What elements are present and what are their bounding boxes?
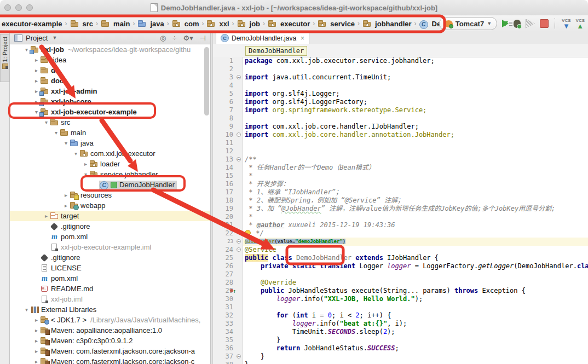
close-tab-icon[interactable]: ×	[301, 34, 304, 42]
code-line-5[interactable]: 5import org.slf4j.Logger;	[213, 90, 588, 98]
gutter[interactable]	[235, 213, 243, 221]
code-line-38[interactable]: 38}	[213, 361, 588, 364]
code-line-17[interactable]: 17 * 1、继承 “IJobHandler”；	[213, 188, 588, 197]
tree-row-xxl-job-executor-example-iml[interactable]: xxl-job-executor-example.iml	[10, 242, 210, 252]
gutter[interactable]	[235, 287, 243, 295]
line-number[interactable]: 37	[213, 353, 235, 361]
tree-row-webapp[interactable]: ▸webapp	[10, 200, 210, 211]
tree-expanded-icon[interactable]: ▾	[43, 119, 50, 125]
tree-row-java[interactable]: ▾java	[10, 138, 210, 148]
gutter[interactable]	[235, 361, 243, 364]
chevron-down-icon[interactable]: ▼	[52, 35, 57, 41]
tree-collapsed-icon[interactable]: ▸	[33, 327, 40, 333]
line-number[interactable]: 5	[213, 90, 235, 98]
gutter[interactable]	[235, 114, 243, 123]
gutter[interactable]: −	[235, 353, 243, 361]
line-number[interactable]: 15	[213, 172, 235, 180]
code-line-36[interactable]: 36 return JobHandleStatus.SUCCESS;	[213, 344, 588, 353]
tree-collapsed-icon[interactable]: ▸	[62, 192, 70, 198]
code-line-32[interactable]: 32 for (int i = 0; i < 2; i++) {	[213, 311, 588, 320]
code-line-35[interactable]: 35 }	[213, 336, 588, 344]
tree-row-xxl-job-core[interactable]: ▸xxl-job-core	[10, 96, 210, 107]
tree-row--jdk1-7-[interactable]: ▸< JDK1.7 >/Library/Java/JavaVirtualMach…	[10, 315, 210, 325]
code-line-6[interactable]: 6import org.slf4j.LoggerFactory;	[213, 98, 588, 106]
line-number[interactable]: 12	[213, 147, 235, 155]
tree-row-com-xxl-job-executor[interactable]: ▾com.xxl.job.executor	[10, 148, 210, 159]
gutter[interactable]	[235, 180, 243, 188]
tree-row-license[interactable]: LICENSE	[10, 263, 210, 273]
line-number[interactable]: 13	[213, 155, 235, 164]
gutter[interactable]	[235, 328, 243, 336]
line-number[interactable]: 36	[213, 344, 235, 353]
code-line-8[interactable]: 8	[213, 114, 588, 123]
code-line-9[interactable]: 9import com.xxl.job.core.handler.IJobHan…	[213, 123, 588, 131]
override-method-icon[interactable]	[230, 288, 236, 294]
line-number[interactable]: 16	[213, 180, 235, 188]
fold-marker-icon[interactable]: −	[237, 354, 241, 359]
line-number[interactable]: 7	[213, 106, 235, 114]
line-number[interactable]: 30	[213, 295, 235, 303]
line-number[interactable]: 8	[213, 114, 235, 123]
code-line-27[interactable]: 27	[213, 270, 588, 279]
tree-collapsed-icon[interactable]: ▸	[33, 359, 40, 364]
line-number[interactable]: 20	[213, 213, 235, 221]
code-line-10[interactable]: 10−import com.xxl.job.core.handler.annot…	[213, 131, 588, 139]
editor-tab[interactable]: C DemoJobHandler.java ×	[216, 32, 309, 44]
code-line-28[interactable]: 28 @Override	[213, 279, 588, 287]
gutter[interactable]: −	[235, 238, 243, 246]
code-line-26[interactable]: 26 private static transient Logger logge…	[213, 262, 588, 270]
line-number[interactable]: 25	[213, 254, 235, 262]
code-line-3[interactable]: 3−import java.util.concurrent.TimeUnit;	[213, 73, 588, 82]
gutter[interactable]	[235, 205, 243, 213]
tree-row-maven-aopalliance-aopalliance-1-0[interactable]: ▸Maven: aopalliance:aopalliance:1.0	[10, 325, 210, 336]
code-line-11[interactable]: 11	[213, 139, 588, 147]
line-number[interactable]: 17	[213, 188, 235, 197]
gutter[interactable]	[235, 57, 243, 65]
gutter[interactable]	[235, 344, 243, 353]
tree-row-xxl-job-iml[interactable]: xxl-job.iml	[10, 294, 210, 304]
code-line-14[interactable]: 14 * 任务Handler的一个Demo（Bean模式）	[213, 164, 588, 172]
gutter[interactable]	[235, 279, 243, 287]
line-number[interactable]: 32	[213, 311, 235, 320]
breadcrumb-item-com[interactable]: com	[172, 20, 199, 28]
debug-button[interactable]	[514, 20, 521, 28]
line-number[interactable]: 21	[213, 221, 235, 229]
breadcrumb-item-service[interactable]: service	[318, 20, 355, 28]
line-number[interactable]: 2	[213, 65, 235, 73]
stop-button[interactable]	[540, 19, 549, 28]
code-line-30[interactable]: 30 logger.info("XXL-JOB, Hello World.");	[213, 295, 588, 303]
breadcrumb-item-src[interactable]: src	[70, 20, 94, 28]
line-number[interactable]: 6	[213, 98, 235, 106]
tree-row-src[interactable]: ▾src	[10, 117, 210, 128]
tree-row-readme-md[interactable]: README.md	[10, 284, 210, 294]
tree-row-maven-com-fasterxml-jackson-core-jackson-c[interactable]: ▸Maven: com.fasterxml.jackson.core:jacks…	[10, 356, 210, 364]
code-line-34[interactable]: 34 TimeUnit.SECONDS.sleep(2);	[213, 328, 588, 336]
line-number[interactable]: 11	[213, 139, 235, 147]
code-line-33[interactable]: 33 logger.info("beat at:{}", i);	[213, 320, 588, 328]
tree-collapsed-icon[interactable]: ▸	[33, 338, 40, 344]
gutter[interactable]	[235, 106, 243, 114]
tree-row-doc[interactable]: ▸doc	[10, 76, 210, 86]
code-line-7[interactable]: 7import org.springframework.stereotype.S…	[213, 106, 588, 114]
line-number[interactable]: 18	[213, 197, 235, 205]
tree-row-xxl-job-admin[interactable]: ▸xxl-job-admin	[10, 86, 210, 96]
gutter[interactable]	[235, 82, 243, 90]
code-line-1[interactable]: 1package com.xxl.job.executor.service.jo…	[213, 57, 588, 65]
tree-row-external-libraries[interactable]: ▾External Libraries	[10, 304, 210, 315]
tree-row--gitignore[interactable]: .gitignore	[10, 221, 210, 232]
gutter[interactable]	[235, 270, 243, 279]
settings-gear-icon[interactable]: ⚙▾	[183, 34, 193, 42]
gutter[interactable]: −	[235, 131, 243, 139]
line-number[interactable]: 3	[213, 73, 235, 82]
tree-collapsed-icon[interactable]: ▸	[33, 317, 40, 323]
gutter[interactable]	[235, 311, 243, 320]
line-number[interactable]: 31	[213, 303, 235, 311]
tree-collapsed-icon[interactable]: ▸	[33, 67, 40, 73]
gutter[interactable]: −	[235, 246, 243, 254]
code-area[interactable]: 1package com.xxl.job.executor.service.jo…	[213, 57, 588, 364]
breadcrumb-item-executor[interactable]: executor	[268, 20, 310, 28]
tree-collapsed-icon[interactable]: ▸	[43, 213, 50, 219]
code-line-2[interactable]: 2	[213, 65, 588, 73]
line-number[interactable]: 38	[213, 361, 235, 364]
gutter[interactable]	[235, 147, 243, 155]
